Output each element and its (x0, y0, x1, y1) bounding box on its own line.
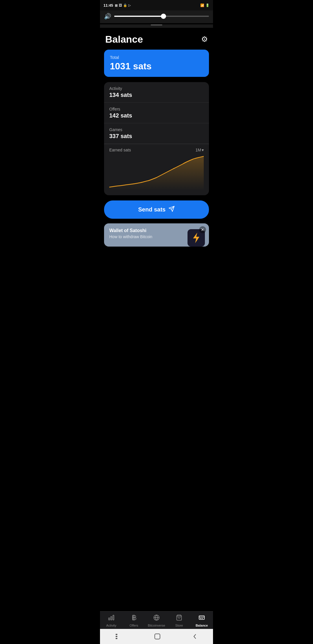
bitcoinverse-nav-icon (153, 614, 160, 623)
total-amount: 1031 sats (110, 61, 203, 72)
svg-marker-2 (193, 233, 199, 243)
chart-label: Earned sats (109, 148, 131, 152)
signal-icon: 📶 (200, 3, 204, 7)
bottom-nav: Activity Offers Bitcoinverse (100, 611, 213, 629)
total-label: Total (110, 55, 203, 60)
svg-rect-5 (109, 618, 110, 620)
chart-period-selector[interactable]: 1M ▾ (196, 148, 204, 152)
promo-close-button[interactable]: ✕ (199, 226, 206, 233)
page-title: Balance (105, 34, 143, 45)
nav-item-activity[interactable]: Activity (103, 614, 120, 627)
volume-icon: 🔊 (104, 13, 111, 20)
volume-thumb (161, 14, 166, 19)
settings-button[interactable]: ⚙ (201, 35, 208, 44)
system-nav-bar (100, 629, 213, 644)
offers-value: 142 sats (109, 112, 204, 119)
promo-card[interactable]: ✕ Wallet of Satoshi How to withdraw Bitc… (104, 223, 209, 247)
offers-row[interactable]: Offers 142 sats (104, 103, 209, 123)
games-value: 337 sats (109, 133, 204, 140)
svg-rect-17 (116, 638, 117, 639)
drag-handle (151, 24, 162, 26)
volume-track[interactable] (114, 16, 209, 17)
nav-label-activity: Activity (106, 624, 117, 627)
send-sats-label: Send sats (138, 206, 165, 213)
system-back-button[interactable] (192, 633, 197, 640)
main-content: Balance ⚙ Total 1031 sats Activity 134 s… (100, 28, 213, 287)
status-bar: 11:45 ▦ 🖼 🔒 ▷ 📶 🔋 (100, 0, 213, 10)
nav-label-store: Store (175, 624, 183, 627)
page-header: Balance ⚙ (100, 28, 213, 50)
nav-item-offers[interactable]: Offers (125, 614, 143, 627)
svg-rect-11 (199, 616, 204, 620)
games-row[interactable]: Games 337 sats (104, 123, 209, 144)
offers-nav-icon (131, 614, 137, 623)
svg-rect-16 (116, 636, 117, 637)
system-home-button[interactable] (154, 633, 161, 640)
nav-label-balance: Balance (196, 624, 208, 627)
volume-bar-area: 🔊 (100, 10, 213, 23)
activity-value: 134 sats (109, 92, 204, 98)
nav-item-store[interactable]: Store (170, 614, 188, 627)
svg-rect-15 (116, 634, 117, 635)
nav-item-bitcoinverse[interactable]: Bitcoinverse (148, 614, 165, 627)
status-right-icons: 📶 🔋 (200, 3, 210, 7)
volume-fill (114, 16, 163, 17)
media-icon: ▦ (115, 3, 118, 7)
stats-card: Activity 134 sats Offers 142 sats Games … (104, 82, 209, 195)
activity-nav-icon (108, 614, 114, 623)
svg-rect-18 (155, 634, 160, 639)
nav-label-offers: Offers (130, 624, 138, 627)
activity-label: Activity (109, 86, 204, 91)
status-icons: ▦ 🖼 🔒 ▷ (115, 3, 131, 7)
nav-item-balance[interactable]: Balance (193, 614, 210, 627)
activity-row[interactable]: Activity 134 sats (104, 82, 209, 103)
send-sats-button[interactable]: Send sats (104, 200, 209, 219)
chart-header: Earned sats 1M ▾ (109, 148, 204, 152)
play-icon: ▷ (128, 3, 131, 7)
system-menu-button[interactable] (116, 634, 123, 639)
svg-rect-4 (111, 616, 112, 620)
chevron-down-icon: ▾ (202, 148, 204, 152)
lock-icon: 🔒 (123, 3, 127, 7)
balance-nav-icon (199, 614, 205, 623)
nav-label-bitcoinverse: Bitcoinverse (148, 624, 165, 627)
offers-label: Offers (109, 107, 204, 111)
earned-sats-chart (109, 156, 204, 191)
photo-icon: 🖼 (119, 3, 122, 7)
games-label: Games (109, 127, 204, 132)
send-icon (168, 206, 175, 214)
total-balance-card: Total 1031 sats (104, 50, 209, 77)
status-time: 11:45 (103, 3, 113, 8)
chart-svg (109, 156, 204, 191)
svg-rect-3 (113, 615, 114, 620)
store-nav-icon (176, 614, 182, 623)
battery-icon: 🔋 (205, 3, 210, 7)
chart-section: Earned sats 1M ▾ (104, 144, 209, 195)
